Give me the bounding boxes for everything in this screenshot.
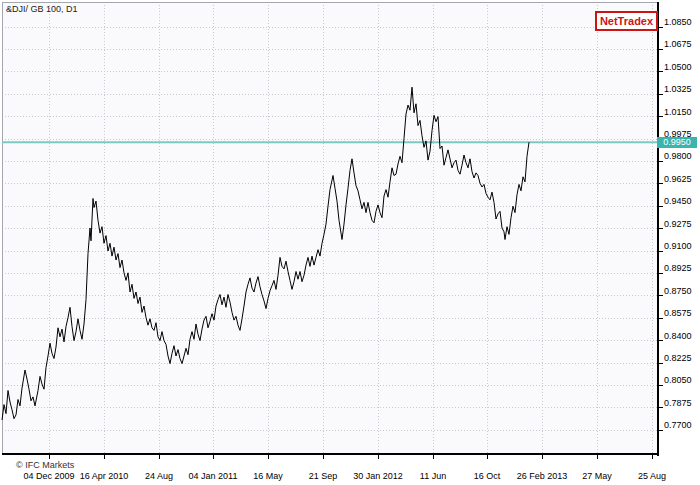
y-axis-label: 1.0675 [664,39,698,50]
y-axis-label: 1.0850 [664,17,698,28]
y-axis-label: 0.9100 [664,241,698,252]
y-axis-label: 0.8750 [664,286,698,297]
y-axis-label: 0.9275 [664,219,698,230]
y-axis-label: 0.9625 [664,174,698,185]
price-chart[interactable]: &DJI/ GB 100, D1 NetTradex 1.08501.06751… [0,0,700,485]
y-axis-label: 0.8400 [664,331,698,342]
nettradex-logo: NetTradex [595,11,658,31]
y-axis-label: 0.9450 [664,196,698,207]
current-price-tag: 0.9950 [657,137,697,148]
plot-area[interactable] [2,2,658,454]
copyright-label: © IFC Markets [16,460,74,470]
y-axis-label: 0.8575 [664,308,698,319]
chart-canvas [0,0,700,485]
x-axis-label: 25 Aug [617,471,687,482]
y-axis-label: 0.8050 [664,375,698,386]
y-axis-label: 0.8225 [664,353,698,364]
y-axis-label: 1.0500 [664,62,698,73]
y-axis-label: 1.0325 [664,84,698,95]
y-axis-label: 1.0150 [664,107,698,118]
y-axis-label: 0.7875 [664,398,698,409]
symbol-label: &DJI/ GB 100, D1 [6,4,78,14]
y-axis-label: 0.8925 [664,263,698,274]
y-axis-label: 0.9800 [664,151,698,162]
y-axis-label: 0.7700 [664,420,698,431]
